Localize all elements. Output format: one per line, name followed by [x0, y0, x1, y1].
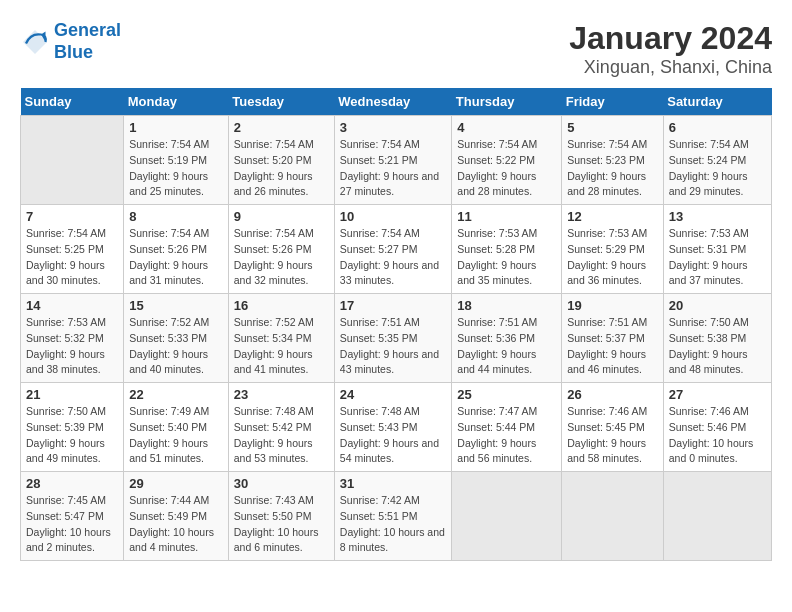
calendar-cell: 5Sunrise: 7:54 AMSunset: 5:23 PMDaylight…: [562, 116, 664, 205]
logo: General Blue: [20, 20, 121, 63]
calendar-cell: 6Sunrise: 7:54 AMSunset: 5:24 PMDaylight…: [663, 116, 771, 205]
calendar-cell: 16Sunrise: 7:52 AMSunset: 5:34 PMDayligh…: [228, 294, 334, 383]
day-detail: Sunrise: 7:47 AMSunset: 5:44 PMDaylight:…: [457, 404, 556, 467]
calendar-cell: 12Sunrise: 7:53 AMSunset: 5:29 PMDayligh…: [562, 205, 664, 294]
day-detail: Sunrise: 7:50 AMSunset: 5:38 PMDaylight:…: [669, 315, 766, 378]
day-detail: Sunrise: 7:51 AMSunset: 5:37 PMDaylight:…: [567, 315, 658, 378]
day-detail: Sunrise: 7:53 AMSunset: 5:29 PMDaylight:…: [567, 226, 658, 289]
day-number: 14: [26, 298, 118, 313]
day-number: 6: [669, 120, 766, 135]
calendar-cell: 10Sunrise: 7:54 AMSunset: 5:27 PMDayligh…: [334, 205, 452, 294]
day-number: 26: [567, 387, 658, 402]
day-number: 24: [340, 387, 447, 402]
calendar-cell: 15Sunrise: 7:52 AMSunset: 5:33 PMDayligh…: [124, 294, 229, 383]
day-number: 29: [129, 476, 223, 491]
page-subtitle: Xinguan, Shanxi, China: [569, 57, 772, 78]
calendar-table: SundayMondayTuesdayWednesdayThursdayFrid…: [20, 88, 772, 561]
day-detail: Sunrise: 7:54 AMSunset: 5:21 PMDaylight:…: [340, 137, 447, 200]
day-detail: Sunrise: 7:54 AMSunset: 5:26 PMDaylight:…: [129, 226, 223, 289]
day-number: 11: [457, 209, 556, 224]
header-monday: Monday: [124, 88, 229, 116]
day-detail: Sunrise: 7:54 AMSunset: 5:27 PMDaylight:…: [340, 226, 447, 289]
calendar-cell: 21Sunrise: 7:50 AMSunset: 5:39 PMDayligh…: [21, 383, 124, 472]
day-number: 22: [129, 387, 223, 402]
day-number: 16: [234, 298, 329, 313]
calendar-cell: 11Sunrise: 7:53 AMSunset: 5:28 PMDayligh…: [452, 205, 562, 294]
day-number: 30: [234, 476, 329, 491]
day-detail: Sunrise: 7:54 AMSunset: 5:22 PMDaylight:…: [457, 137, 556, 200]
day-detail: Sunrise: 7:52 AMSunset: 5:33 PMDaylight:…: [129, 315, 223, 378]
day-number: 12: [567, 209, 658, 224]
logo-line2: Blue: [54, 42, 93, 62]
day-number: 19: [567, 298, 658, 313]
calendar-header-row: SundayMondayTuesdayWednesdayThursdayFrid…: [21, 88, 772, 116]
calendar-cell: 25Sunrise: 7:47 AMSunset: 5:44 PMDayligh…: [452, 383, 562, 472]
day-number: 10: [340, 209, 447, 224]
calendar-cell: 20Sunrise: 7:50 AMSunset: 5:38 PMDayligh…: [663, 294, 771, 383]
header-tuesday: Tuesday: [228, 88, 334, 116]
day-detail: Sunrise: 7:48 AMSunset: 5:42 PMDaylight:…: [234, 404, 329, 467]
day-number: 8: [129, 209, 223, 224]
day-number: 28: [26, 476, 118, 491]
calendar-cell: 31Sunrise: 7:42 AMSunset: 5:51 PMDayligh…: [334, 472, 452, 561]
day-detail: Sunrise: 7:54 AMSunset: 5:25 PMDaylight:…: [26, 226, 118, 289]
week-row-4: 28Sunrise: 7:45 AMSunset: 5:47 PMDayligh…: [21, 472, 772, 561]
header-saturday: Saturday: [663, 88, 771, 116]
calendar-cell: 14Sunrise: 7:53 AMSunset: 5:32 PMDayligh…: [21, 294, 124, 383]
logo-line1: General: [54, 20, 121, 40]
day-number: 25: [457, 387, 556, 402]
page-title: January 2024: [569, 20, 772, 57]
header-friday: Friday: [562, 88, 664, 116]
day-detail: Sunrise: 7:46 AMSunset: 5:46 PMDaylight:…: [669, 404, 766, 467]
calendar-cell: 28Sunrise: 7:45 AMSunset: 5:47 PMDayligh…: [21, 472, 124, 561]
logo-icon: [20, 27, 50, 57]
calendar-cell: 2Sunrise: 7:54 AMSunset: 5:20 PMDaylight…: [228, 116, 334, 205]
calendar-cell: 13Sunrise: 7:53 AMSunset: 5:31 PMDayligh…: [663, 205, 771, 294]
day-number: 7: [26, 209, 118, 224]
logo-text: General Blue: [54, 20, 121, 63]
title-block: January 2024 Xinguan, Shanxi, China: [569, 20, 772, 78]
week-row-3: 21Sunrise: 7:50 AMSunset: 5:39 PMDayligh…: [21, 383, 772, 472]
day-number: 13: [669, 209, 766, 224]
day-number: 5: [567, 120, 658, 135]
header-sunday: Sunday: [21, 88, 124, 116]
calendar-cell: 26Sunrise: 7:46 AMSunset: 5:45 PMDayligh…: [562, 383, 664, 472]
week-row-1: 7Sunrise: 7:54 AMSunset: 5:25 PMDaylight…: [21, 205, 772, 294]
day-detail: Sunrise: 7:54 AMSunset: 5:20 PMDaylight:…: [234, 137, 329, 200]
calendar-cell: 23Sunrise: 7:48 AMSunset: 5:42 PMDayligh…: [228, 383, 334, 472]
week-row-2: 14Sunrise: 7:53 AMSunset: 5:32 PMDayligh…: [21, 294, 772, 383]
day-detail: Sunrise: 7:51 AMSunset: 5:36 PMDaylight:…: [457, 315, 556, 378]
day-number: 9: [234, 209, 329, 224]
calendar-cell: [452, 472, 562, 561]
calendar-cell: 24Sunrise: 7:48 AMSunset: 5:43 PMDayligh…: [334, 383, 452, 472]
day-number: 4: [457, 120, 556, 135]
day-detail: Sunrise: 7:51 AMSunset: 5:35 PMDaylight:…: [340, 315, 447, 378]
day-number: 31: [340, 476, 447, 491]
day-detail: Sunrise: 7:49 AMSunset: 5:40 PMDaylight:…: [129, 404, 223, 467]
calendar-cell: 22Sunrise: 7:49 AMSunset: 5:40 PMDayligh…: [124, 383, 229, 472]
day-detail: Sunrise: 7:46 AMSunset: 5:45 PMDaylight:…: [567, 404, 658, 467]
day-number: 1: [129, 120, 223, 135]
calendar-cell: 29Sunrise: 7:44 AMSunset: 5:49 PMDayligh…: [124, 472, 229, 561]
day-detail: Sunrise: 7:54 AMSunset: 5:24 PMDaylight:…: [669, 137, 766, 200]
day-detail: Sunrise: 7:43 AMSunset: 5:50 PMDaylight:…: [234, 493, 329, 556]
day-detail: Sunrise: 7:54 AMSunset: 5:19 PMDaylight:…: [129, 137, 223, 200]
calendar-cell: [663, 472, 771, 561]
day-detail: Sunrise: 7:53 AMSunset: 5:31 PMDaylight:…: [669, 226, 766, 289]
day-detail: Sunrise: 7:44 AMSunset: 5:49 PMDaylight:…: [129, 493, 223, 556]
day-detail: Sunrise: 7:50 AMSunset: 5:39 PMDaylight:…: [26, 404, 118, 467]
day-detail: Sunrise: 7:53 AMSunset: 5:32 PMDaylight:…: [26, 315, 118, 378]
day-number: 3: [340, 120, 447, 135]
day-detail: Sunrise: 7:48 AMSunset: 5:43 PMDaylight:…: [340, 404, 447, 467]
day-detail: Sunrise: 7:52 AMSunset: 5:34 PMDaylight:…: [234, 315, 329, 378]
calendar-cell: 17Sunrise: 7:51 AMSunset: 5:35 PMDayligh…: [334, 294, 452, 383]
day-detail: Sunrise: 7:54 AMSunset: 5:26 PMDaylight:…: [234, 226, 329, 289]
calendar-cell: 3Sunrise: 7:54 AMSunset: 5:21 PMDaylight…: [334, 116, 452, 205]
day-number: 17: [340, 298, 447, 313]
week-row-0: 1Sunrise: 7:54 AMSunset: 5:19 PMDaylight…: [21, 116, 772, 205]
calendar-cell: 4Sunrise: 7:54 AMSunset: 5:22 PMDaylight…: [452, 116, 562, 205]
day-number: 23: [234, 387, 329, 402]
day-detail: Sunrise: 7:42 AMSunset: 5:51 PMDaylight:…: [340, 493, 447, 556]
calendar-cell: 30Sunrise: 7:43 AMSunset: 5:50 PMDayligh…: [228, 472, 334, 561]
calendar-cell: 1Sunrise: 7:54 AMSunset: 5:19 PMDaylight…: [124, 116, 229, 205]
